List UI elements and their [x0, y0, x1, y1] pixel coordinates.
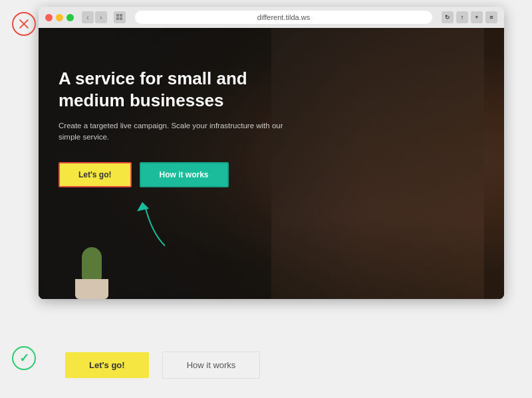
browser-content: A service for small and medium businesse…: [39, 28, 504, 299]
forward-button[interactable]: ›: [95, 11, 107, 23]
browser-toolbar: ‹ › different.tilda.ws ↻ ↑ + ≡: [39, 7, 504, 28]
hero-subtitle: Create a targeted live campaign. Scale y…: [59, 120, 298, 144]
svg-rect-0: [116, 14, 119, 17]
check-icon: [12, 346, 36, 370]
traffic-lights: [45, 14, 74, 21]
close-icon[interactable]: [12, 12, 36, 36]
toolbar-right: ↻ ↑ + ≡: [442, 11, 497, 23]
close-dot[interactable]: [45, 14, 53, 21]
tabs-button[interactable]: [114, 11, 126, 23]
how-it-works-button[interactable]: How it works: [140, 162, 229, 187]
add-tab-button[interactable]: +: [471, 11, 483, 23]
minimize-dot[interactable]: [56, 14, 63, 21]
svg-rect-1: [120, 14, 122, 17]
comparison-how-it-works-button[interactable]: How it works: [162, 351, 261, 379]
share-button[interactable]: ↑: [456, 11, 468, 23]
hero-title: A service for small and medium businesse…: [59, 68, 298, 111]
reload-button[interactable]: ↻: [442, 11, 454, 23]
menu-button[interactable]: ≡: [485, 11, 497, 23]
hero-content: A service for small and medium businesse…: [59, 68, 298, 187]
arrow-annotation: [125, 193, 178, 259]
cactus-pot: [75, 279, 108, 299]
url-text: different.tilda.ws: [257, 13, 310, 21]
back-button[interactable]: ‹: [82, 11, 94, 23]
comparison-section: Let's go! How it works: [39, 345, 504, 385]
browser-window: ‹ › different.tilda.ws ↻ ↑ + ≡: [39, 7, 504, 299]
svg-rect-2: [116, 17, 119, 20]
hero-buttons: Let's go! How it works: [59, 162, 298, 187]
maximize-dot[interactable]: [66, 14, 74, 21]
svg-marker-4: [137, 202, 149, 211]
address-bar[interactable]: different.tilda.ws: [135, 11, 432, 24]
nav-buttons: ‹ ›: [82, 11, 107, 23]
cactus-decoration: [65, 239, 118, 299]
lets-go-button[interactable]: Let's go!: [59, 162, 132, 187]
comparison-lets-go-button[interactable]: Let's go!: [65, 352, 149, 378]
cactus-plant: [82, 247, 102, 280]
svg-rect-3: [120, 17, 122, 20]
